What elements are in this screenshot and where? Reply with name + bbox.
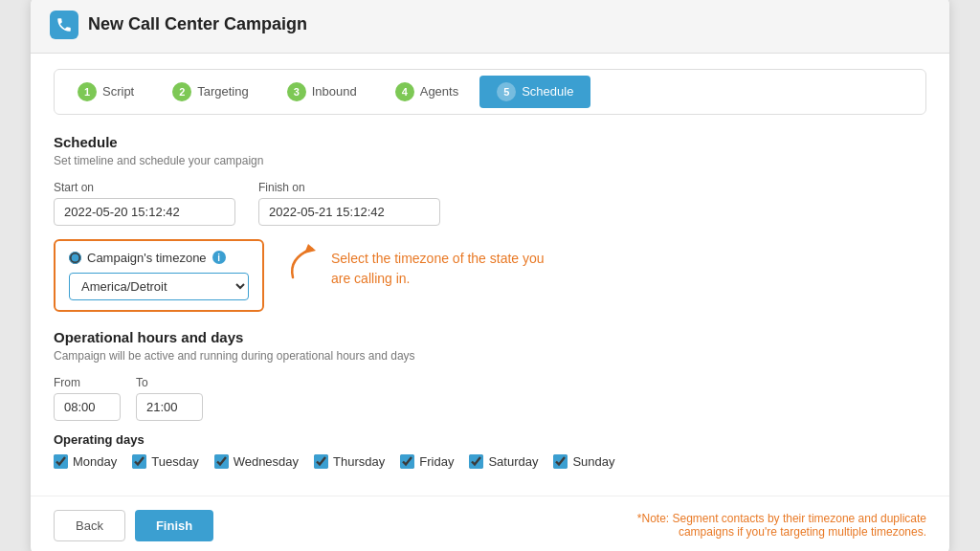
to-field-group: To xyxy=(136,376,203,421)
tab-schedule[interactable]: 5 Schedule xyxy=(479,76,590,108)
tab-script[interactable]: 1 Script xyxy=(60,76,151,108)
tabs-container: 1 Script 2 Targeting 3 Inbound 4 Agents … xyxy=(54,69,926,115)
checkbox-friday[interactable] xyxy=(400,454,414,469)
annotation-text: Select the timezone of the state you are… xyxy=(331,249,561,289)
timezone-select[interactable]: America/Detroit America/New_York America… xyxy=(69,273,249,300)
day-monday: Monday xyxy=(54,454,117,469)
tab-agents-label: Agents xyxy=(420,84,458,99)
tab-inbound[interactable]: 3 Inbound xyxy=(270,76,374,108)
schedule-title: Schedule xyxy=(54,134,926,150)
day-wednesday: Wednesday xyxy=(214,454,299,469)
annotation-arrow xyxy=(283,239,341,287)
modal: New Call Center Campaign 1 Script 2 Targ… xyxy=(31,0,949,551)
tab-script-number: 1 xyxy=(78,82,97,101)
day-sunday: Sunday xyxy=(553,454,614,469)
label-monday: Monday xyxy=(73,454,117,469)
timezone-radio-row: Campaign's timezone i xyxy=(69,251,249,265)
day-tuesday: Tuesday xyxy=(132,454,198,469)
tab-agents-number: 4 xyxy=(395,82,414,101)
day-friday: Friday xyxy=(400,454,454,469)
ops-subtitle: Campaign will be active and running duri… xyxy=(54,349,926,363)
timezone-area: Campaign's timezone i America/Detroit Am… xyxy=(54,239,926,312)
timezone-radio[interactable] xyxy=(69,252,81,264)
timezone-box: Campaign's timezone i America/Detroit Am… xyxy=(54,239,264,312)
tab-agents[interactable]: 4 Agents xyxy=(378,76,476,108)
days-row: Monday Tuesday Wednesday Thursday xyxy=(54,454,926,469)
annotation-area: Select the timezone of the state you are… xyxy=(293,239,561,289)
page-wrapper: New Call Center Campaign 1 Script 2 Targ… xyxy=(0,0,980,551)
checkbox-saturday[interactable] xyxy=(469,454,483,469)
from-input[interactable] xyxy=(54,393,121,421)
from-label: From xyxy=(54,376,121,389)
finish-label: Finish on xyxy=(258,181,440,194)
checkbox-monday[interactable] xyxy=(54,454,68,469)
label-sunday: Sunday xyxy=(572,454,614,469)
tab-targeting-label: Targeting xyxy=(197,84,248,99)
finish-field-group: Finish on xyxy=(258,181,440,226)
modal-header: New Call Center Campaign xyxy=(31,0,949,54)
day-thursday: Thursday xyxy=(314,454,385,469)
tab-targeting-number: 2 xyxy=(172,82,191,101)
footer-buttons: Back Finish xyxy=(54,510,213,541)
time-row: From To xyxy=(54,376,926,421)
start-input[interactable] xyxy=(54,198,235,226)
tab-inbound-label: Inbound xyxy=(312,84,357,99)
footer-note: *Note: Segment contacts by their timezon… xyxy=(601,512,926,539)
tab-targeting[interactable]: 2 Targeting xyxy=(155,76,265,108)
modal-title: New Call Center Campaign xyxy=(88,14,307,34)
ops-title: Operational hours and days xyxy=(54,329,926,345)
tab-script-label: Script xyxy=(102,84,134,99)
label-saturday: Saturday xyxy=(488,454,538,469)
back-button[interactable]: Back xyxy=(54,510,125,541)
checkbox-thursday[interactable] xyxy=(314,454,328,469)
svg-marker-0 xyxy=(304,244,316,253)
finish-button[interactable]: Finish xyxy=(135,510,213,541)
start-label: Start on xyxy=(54,181,235,194)
checkbox-wednesday[interactable] xyxy=(214,454,229,469)
modal-footer: Back Finish *Note: Segment contacts by t… xyxy=(31,496,949,552)
date-row: Start on Finish on xyxy=(54,181,926,226)
from-field-group: From xyxy=(54,376,121,421)
tab-schedule-number: 5 xyxy=(497,82,516,101)
to-input[interactable] xyxy=(136,393,203,421)
schedule-subtitle: Set timeline and schedule your campaign xyxy=(54,154,926,167)
modal-body: 1 Script 2 Targeting 3 Inbound 4 Agents … xyxy=(31,54,949,496)
schedule-section: Schedule Set timeline and schedule your … xyxy=(54,134,926,469)
label-friday: Friday xyxy=(419,454,454,469)
label-wednesday: Wednesday xyxy=(234,454,299,469)
label-thursday: Thursday xyxy=(333,454,385,469)
to-label: To xyxy=(136,376,203,389)
day-saturday: Saturday xyxy=(469,454,538,469)
tab-schedule-label: Schedule xyxy=(522,84,573,99)
timezone-label: Campaign's timezone xyxy=(87,251,207,265)
tab-inbound-number: 3 xyxy=(287,82,306,101)
checkbox-tuesday[interactable] xyxy=(132,454,146,469)
call-center-icon xyxy=(50,11,78,39)
info-icon[interactable]: i xyxy=(212,251,226,264)
checkbox-sunday[interactable] xyxy=(553,454,568,469)
label-tuesday: Tuesday xyxy=(151,454,198,469)
finish-input[interactable] xyxy=(258,198,440,226)
operating-days-title: Operating days xyxy=(54,432,926,447)
start-field-group: Start on xyxy=(54,181,235,226)
